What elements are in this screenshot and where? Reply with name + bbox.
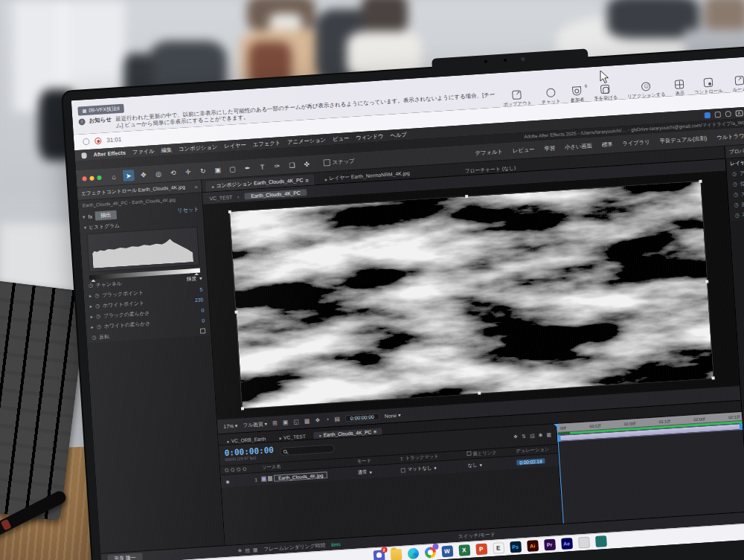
viewer-timecode[interactable]: 0:00:00:00 bbox=[345, 413, 380, 422]
panel-menu-icon[interactable] bbox=[373, 429, 376, 434]
region-of-interest-icon[interactable]: ◱ bbox=[293, 418, 299, 425]
ime-indicator[interactable]: A bbox=[735, 110, 743, 117]
stopwatch-icon[interactable] bbox=[734, 202, 739, 208]
grid-options-icon[interactable]: ⊞ bbox=[272, 419, 278, 426]
twirl-icon[interactable] bbox=[90, 314, 93, 320]
twirl-icon[interactable] bbox=[89, 303, 92, 309]
selection-tool-icon[interactable]: ➤ bbox=[123, 170, 135, 181]
zoom-tool-icon[interactable]: ◎ bbox=[153, 167, 164, 179]
stopwatch-icon[interactable] bbox=[732, 171, 737, 177]
matte-toggle-icon[interactable] bbox=[401, 468, 405, 472]
workspace-standard[interactable]: 標準 bbox=[601, 141, 612, 149]
menu-layer[interactable]: レイヤー bbox=[224, 141, 246, 150]
pixel-aspect-icon[interactable]: ❖ bbox=[315, 417, 321, 424]
view-layout-dropdown[interactable]: None bbox=[385, 412, 401, 419]
layer-parent-dropdown[interactable]: なし bbox=[467, 460, 516, 469]
layer-handle[interactable] bbox=[699, 179, 702, 182]
timeline-track-area[interactable]: :00f 00:12f 01:00f 01:12f 02:00f 02:12f bbox=[557, 412, 744, 524]
frame-blend-icon[interactable]: ✱ bbox=[538, 432, 542, 438]
timeline-search-input[interactable] bbox=[280, 444, 336, 456]
teams-window-tab[interactable]: 09-VFX技法II bbox=[77, 103, 124, 115]
layer-handle[interactable] bbox=[235, 310, 238, 313]
pen-tool-icon[interactable]: ✒ bbox=[242, 162, 254, 174]
home-tool-icon[interactable]: ⌂ bbox=[108, 170, 120, 182]
workspace-ultrawide-dual[interactable]: ウルトラワイドデュアル bbox=[716, 130, 744, 141]
excel-icon[interactable]: X bbox=[458, 544, 470, 556]
layer-trackmatte-dropdown[interactable]: マットなし bbox=[400, 463, 467, 474]
pan-tool-icon[interactable]: ✛ bbox=[182, 166, 194, 178]
twirl-icon[interactable] bbox=[89, 293, 92, 299]
illustrator-icon[interactable]: Ai bbox=[527, 540, 539, 552]
stopwatch-icon[interactable] bbox=[92, 335, 97, 341]
color-depth-icon[interactable]: ❖ bbox=[237, 547, 243, 553]
minimize-window-icon[interactable] bbox=[89, 176, 94, 180]
workspace-taira-dual[interactable]: 平良デュアル(出割) bbox=[659, 135, 707, 145]
workspace-libraries[interactable]: ライブラリ bbox=[622, 138, 650, 147]
magnification-dropdown[interactable]: 17% bbox=[223, 422, 237, 429]
composition-viewer[interactable] bbox=[203, 171, 740, 419]
white-point-value[interactable]: 235 bbox=[195, 297, 204, 303]
apple-menu-icon[interactable] bbox=[81, 152, 87, 158]
layer-mode-dropdown[interactable]: 通常 bbox=[358, 467, 401, 477]
eye-toggle-icon[interactable] bbox=[225, 479, 230, 484]
layer-handle[interactable] bbox=[228, 210, 231, 213]
gpu-icon[interactable]: ▤ bbox=[245, 547, 250, 553]
composition-mini-flowchart-icon[interactable]: ❖ bbox=[513, 434, 519, 440]
menu-app[interactable]: After Effects bbox=[93, 149, 126, 158]
zoom-window-icon[interactable] bbox=[97, 175, 101, 179]
brush-tool-icon[interactable]: ✑ bbox=[272, 160, 283, 172]
cache-icon[interactable]: ▦ bbox=[253, 547, 258, 553]
close-window-icon[interactable] bbox=[82, 176, 86, 181]
draft3d-icon[interactable]: ⇅ bbox=[522, 433, 526, 439]
clouds-footage[interactable] bbox=[230, 181, 713, 408]
menu-view[interactable]: ビュー bbox=[333, 135, 350, 143]
audio-column-icon[interactable] bbox=[231, 468, 234, 472]
panel-menu-icon[interactable] bbox=[305, 177, 308, 182]
stopwatch-icon[interactable] bbox=[96, 313, 101, 319]
black-softness-value[interactable]: 0 bbox=[201, 307, 204, 312]
clock-menubar-icon[interactable] bbox=[725, 111, 731, 117]
view-button[interactable]: 表示 bbox=[674, 80, 684, 97]
menu-animation[interactable]: アニメーション bbox=[287, 136, 327, 146]
black-point-value[interactable]: 5 bbox=[199, 286, 202, 292]
channel-dropdown[interactable]: 輝度 bbox=[186, 274, 202, 283]
raise-hand-button[interactable]: 手を挙げる bbox=[593, 84, 618, 102]
twirl-icon[interactable] bbox=[84, 225, 87, 231]
layer-handle[interactable] bbox=[705, 280, 708, 283]
resolution-dropdown[interactable]: フル画質 bbox=[243, 420, 267, 429]
control-button[interactable]: コントロール bbox=[693, 77, 723, 95]
powerpoint-icon[interactable]: P bbox=[475, 543, 487, 555]
workspace-default[interactable]: デフォルト bbox=[475, 147, 503, 156]
hand-tool-icon[interactable]: ✥ bbox=[138, 169, 150, 181]
stopwatch-icon[interactable] bbox=[97, 324, 102, 329]
screen-share-icon[interactable] bbox=[704, 112, 710, 118]
stopwatch-icon[interactable] bbox=[89, 283, 94, 289]
epic-games-icon[interactable]: E bbox=[493, 542, 504, 554]
twirl-icon[interactable] bbox=[83, 213, 86, 220]
workspace-learn[interactable]: 学習 bbox=[544, 144, 555, 152]
start-button-icon[interactable] bbox=[356, 551, 368, 560]
window-controls[interactable] bbox=[82, 175, 101, 181]
stopwatch-icon[interactable] bbox=[734, 213, 740, 219]
layer-handle[interactable] bbox=[711, 377, 714, 380]
layer-name[interactable]: Earth_Clouds_4K.jpg bbox=[274, 472, 328, 482]
premiere-icon[interactable]: Pr bbox=[544, 539, 556, 551]
stopwatch-icon[interactable] bbox=[733, 181, 738, 187]
layer-handle[interactable] bbox=[465, 195, 468, 198]
transparency-grid-icon[interactable]: ▦ bbox=[304, 417, 310, 424]
effect-reset-link[interactable]: リセット bbox=[177, 205, 199, 214]
exposure-icon[interactable]: ◔ bbox=[325, 416, 329, 423]
effect-name[interactable]: 抽出 bbox=[95, 210, 117, 221]
stopwatch-icon[interactable] bbox=[94, 292, 100, 298]
chrome-browser-icon[interactable] bbox=[424, 547, 436, 559]
layer-handle[interactable] bbox=[241, 408, 244, 411]
eye-column-icon[interactable] bbox=[225, 469, 228, 472]
hide-shy-icon[interactable]: ▤ bbox=[530, 433, 535, 439]
menu-effect[interactable]: エフェクト bbox=[253, 139, 281, 148]
react-button[interactable]: リアクションする bbox=[626, 81, 666, 100]
switches-modes-button[interactable]: スイッチ/モード bbox=[458, 530, 496, 540]
user-profile-button[interactable]: 平良 隆一 bbox=[107, 553, 143, 560]
terminal-app-icon[interactable] bbox=[595, 535, 607, 547]
solo-column-icon[interactable] bbox=[237, 468, 240, 472]
stopwatch-icon[interactable] bbox=[734, 192, 739, 198]
